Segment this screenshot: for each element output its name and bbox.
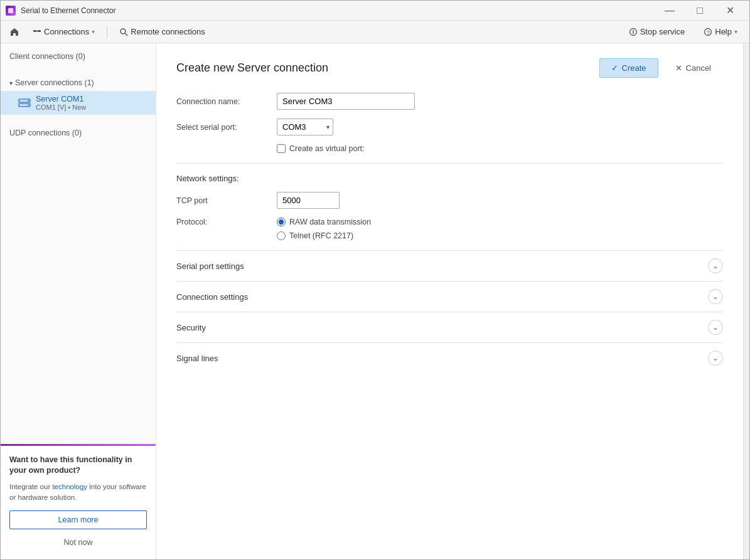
close-button[interactable]: ✕: [715, 1, 744, 21]
server-item-sub: COM1 [V] • New: [36, 103, 86, 111]
server-icon: [18, 98, 31, 107]
menu-bar: Connections ▾ Remote connections Stop se…: [1, 21, 749, 43]
promo-box: Want to have this functionality in your …: [1, 444, 156, 560]
serial-port-select[interactable]: COM1 COM2 COM3 COM4: [277, 119, 333, 135]
server-item-name: Server COM1: [36, 95, 86, 103]
sidebar-item-server-com1[interactable]: Server COM1 COM1 [V] • New: [1, 91, 156, 115]
svg-line-5: [126, 33, 128, 36]
sidebar-item-client-connections[interactable]: Client connections (0): [1, 48, 156, 65]
help-arrow: ▾: [734, 28, 737, 35]
minimize-button[interactable]: —: [655, 1, 684, 21]
connection-settings-section[interactable]: Connection settings ⌄: [176, 281, 723, 312]
app-window: Serial to Ethernet Connector — □ ✕ Conne…: [0, 0, 750, 560]
home-icon: [9, 27, 19, 37]
sidebar-udp-section: UDP connections (0): [1, 120, 156, 146]
create-checkmark-icon: ✓: [611, 63, 618, 73]
server-connections-label: Server connections (1): [15, 78, 94, 87]
serial-port-row: Select serial port: COM1 COM2 COM3 COM4 …: [176, 119, 723, 135]
create-button[interactable]: ✓ Create: [599, 58, 658, 78]
protocol-telnet-label: Telnet (RFC 2217): [289, 231, 353, 240]
create-label: Create: [622, 63, 646, 73]
network-settings-title: Network settings:: [176, 174, 723, 183]
connection-name-control: [277, 93, 723, 110]
stop-service-button[interactable]: Stop service: [622, 24, 692, 40]
security-expand-icon: ⌄: [708, 320, 723, 335]
search-icon: [119, 28, 128, 36]
connection-name-label: Connection name:: [176, 97, 277, 106]
menu-right: Stop service ? Help ▾: [622, 24, 744, 40]
tcp-port-control: [277, 192, 723, 209]
tcp-port-label: TCP port: [176, 196, 277, 205]
promo-body-highlight: technology: [52, 483, 87, 490]
svg-rect-0: [8, 8, 13, 13]
serial-port-settings-section[interactable]: Serial port settings ⌄: [176, 250, 723, 281]
protocol-row: Protocol: RAW data transmission Telnet (…: [176, 218, 723, 240]
promo-body-before: Integrate our: [9, 483, 52, 490]
serial-port-control: COM1 COM2 COM3 COM4 ▾: [277, 119, 723, 135]
collapsible-sections: Serial port settings ⌄ Connection settin…: [176, 250, 723, 373]
home-button[interactable]: [6, 23, 23, 41]
connection-name-row: Connection name:: [176, 93, 723, 110]
promo-title: Want to have this functionality in your …: [9, 455, 147, 477]
title-bar: Serial to Ethernet Connector — □ ✕: [1, 1, 749, 21]
virtual-port-row: Create as virtual port:: [277, 144, 723, 153]
window-title: Serial to Ethernet Connector: [21, 6, 655, 15]
app-icon: [6, 6, 16, 16]
form-header: Create new Server connection ✓ Create ✕ …: [176, 58, 723, 78]
udp-connections-label: UDP connections (0): [9, 129, 82, 137]
vertical-scrollbar[interactable]: [743, 43, 749, 559]
svg-point-12: [28, 100, 29, 102]
learn-more-button[interactable]: Learn more: [9, 510, 147, 529]
protocol-telnet-radio[interactable]: [277, 231, 286, 240]
help-icon: ?: [704, 28, 712, 36]
connection-settings-expand-icon: ⌄: [708, 289, 723, 304]
signal-lines-expand-icon: ⌄: [708, 351, 723, 366]
protocol-raw-label: RAW data transmission: [289, 218, 371, 226]
expand-icon: ▾: [9, 80, 13, 87]
serial-port-label: Select serial port:: [176, 123, 277, 132]
server-item-info: Server COM1 COM1 [V] • New: [36, 95, 86, 111]
cancel-button[interactable]: ✕ Cancel: [663, 58, 723, 78]
security-label: Security: [176, 323, 708, 332]
connection-settings-label: Connection settings: [176, 292, 708, 302]
tcp-port-row: TCP port: [176, 192, 723, 209]
signal-lines-label: Signal lines: [176, 354, 708, 363]
svg-point-4: [121, 29, 126, 34]
sidebar-client-section: Client connections (0): [1, 43, 156, 70]
cancel-x-icon: ✕: [675, 63, 682, 73]
protocol-raw-radio[interactable]: [277, 218, 286, 226]
virtual-port-checkbox[interactable]: [277, 144, 286, 153]
security-section[interactable]: Security ⌄: [176, 312, 723, 342]
virtual-port-label: Create as virtual port:: [289, 144, 365, 153]
signal-lines-section[interactable]: Signal lines ⌄: [176, 342, 723, 373]
protocol-label: Protocol:: [176, 218, 277, 226]
remote-connections-menu[interactable]: Remote connections: [112, 24, 212, 40]
serial-port-settings-expand-icon: ⌄: [708, 258, 723, 273]
cancel-label: Cancel: [686, 63, 711, 73]
stop-service-icon: [629, 28, 638, 36]
connection-name-input[interactable]: [277, 93, 415, 110]
menu-divider: [107, 26, 107, 38]
svg-text:?: ?: [707, 29, 710, 36]
remote-connections-label: Remote connections: [131, 27, 205, 36]
tcp-port-input[interactable]: [277, 192, 340, 209]
serial-port-settings-label: Serial port settings: [176, 262, 708, 271]
maximize-button[interactable]: □: [685, 1, 714, 21]
main-content: Create new Server connection ✓ Create ✕ …: [156, 43, 743, 559]
sidebar-item-udp-connections[interactable]: UDP connections (0): [1, 125, 156, 141]
sidebar: Client connections (0) ▾ Server connecti…: [1, 43, 156, 559]
stop-service-label: Stop service: [640, 27, 685, 36]
form-title: Create new Server connection: [176, 61, 599, 75]
not-now-button[interactable]: Not now: [9, 534, 147, 551]
protocol-telnet-row: Telnet (RFC 2217): [277, 231, 371, 240]
serial-port-select-wrapper: COM1 COM2 COM3 COM4 ▾: [277, 119, 333, 135]
help-button[interactable]: ? Help ▾: [697, 24, 744, 40]
connections-arrow: ▾: [92, 28, 95, 35]
network-divider: [176, 163, 723, 164]
connections-label: Connections: [44, 27, 89, 36]
connections-menu[interactable]: Connections ▾: [26, 24, 102, 40]
sidebar-server-connections-header[interactable]: ▾ Server connections (1): [1, 75, 156, 91]
svg-rect-2: [38, 30, 41, 32]
sidebar-server-section: ▾ Server connections (1) Server COM1: [1, 70, 156, 120]
promo-body: Integrate our technology into your softw…: [9, 482, 147, 504]
